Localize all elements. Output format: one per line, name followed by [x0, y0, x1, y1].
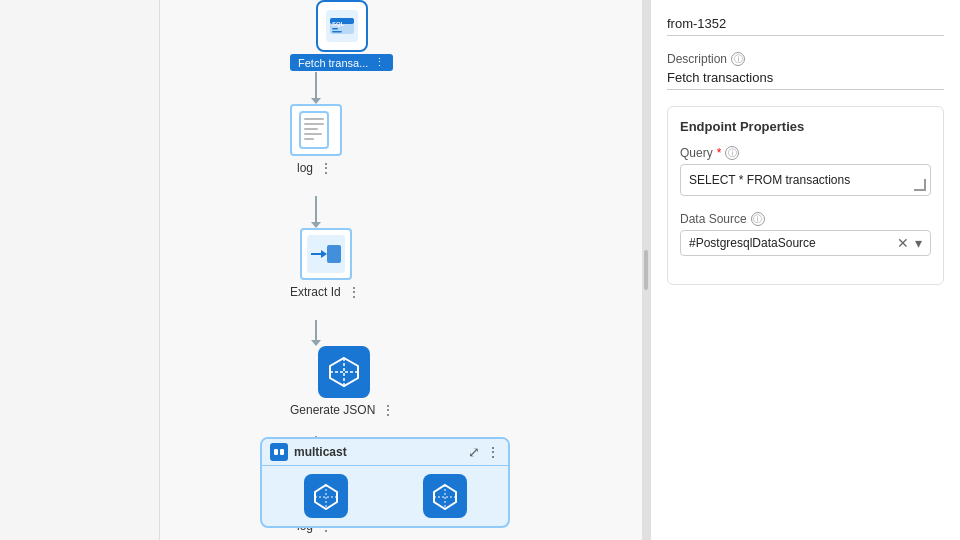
query-value: SELECT * FROM transactions: [689, 173, 850, 187]
extractid-label-row: Extract Id ⋮: [290, 284, 363, 300]
fetch-node-wrapper: SQL Fetch transa... ⋮: [290, 0, 393, 71]
name-field-group: from-1352: [667, 16, 944, 36]
extractid-label: Extract Id: [290, 285, 341, 299]
multicast-header-right: ⤢ ⋮: [468, 444, 500, 460]
multicast-child-1[interactable]: [304, 474, 348, 518]
query-info-icon[interactable]: ⓘ: [725, 146, 739, 160]
multicast-label: multicast: [294, 445, 347, 459]
endpoint-properties-title: Endpoint Properties: [680, 119, 931, 134]
datasource-clear-button[interactable]: ✕: [897, 235, 909, 251]
panel-divider[interactable]: [642, 0, 650, 540]
description-field-group: Description ⓘ Fetch transactions: [667, 52, 944, 90]
genjson-node-wrapper: Generate JSON ⋮: [290, 346, 397, 418]
flow-container: SQL Fetch transa... ⋮: [160, 0, 642, 540]
svg-rect-15: [327, 245, 341, 263]
svg-marker-16: [330, 358, 358, 386]
svg-rect-5: [332, 31, 342, 33]
svg-rect-9: [304, 128, 318, 130]
extractid-node-wrapper: Extract Id ⋮: [290, 228, 363, 300]
left-sidebar: [0, 0, 160, 540]
svg-rect-11: [304, 138, 314, 140]
datasource-actions: ✕ ▾: [897, 235, 922, 251]
fetch-node-label: Fetch transa...: [298, 57, 368, 69]
arrow-2: [315, 196, 317, 224]
genjson-node-icon[interactable]: [318, 346, 370, 398]
datasource-label: Data Source ⓘ: [680, 212, 931, 226]
datasource-value: #PostgresqlDataSource: [689, 236, 816, 250]
endpoint-properties-section: Endpoint Properties Query * ⓘ SELECT * F…: [667, 106, 944, 285]
svg-rect-7: [304, 118, 324, 120]
multicast-body: [262, 466, 508, 526]
multicast-header-left: multicast: [270, 443, 347, 461]
fetch-node-dots[interactable]: ⋮: [374, 56, 385, 69]
genjson-label: Generate JSON: [290, 403, 375, 417]
fetch-node-icon[interactable]: SQL: [316, 0, 368, 52]
multicast-node-wrapper: multicast ⤢ ⋮: [260, 437, 510, 528]
svg-text:SQL: SQL: [332, 21, 345, 27]
name-value: from-1352: [667, 16, 944, 36]
multicast-header: multicast ⤢ ⋮: [262, 439, 508, 466]
datasource-info-icon[interactable]: ⓘ: [751, 212, 765, 226]
datasource-field-group: Data Source ⓘ #PostgresqlDataSource ✕ ▾: [680, 212, 931, 256]
log1-label-row: log ⋮: [297, 160, 335, 176]
genjson-dots[interactable]: ⋮: [379, 402, 397, 418]
datasource-row: #PostgresqlDataSource ✕ ▾: [680, 230, 931, 256]
canvas-area: SQL Fetch transa... ⋮: [160, 0, 642, 540]
datasource-dropdown-button[interactable]: ▾: [915, 235, 922, 251]
extractid-dots[interactable]: ⋮: [345, 284, 363, 300]
svg-rect-8: [304, 123, 324, 125]
arrow-1: [315, 72, 317, 100]
description-label: Description ⓘ: [667, 52, 944, 66]
query-label: Query * ⓘ: [680, 146, 931, 160]
svg-rect-10: [304, 133, 322, 135]
log1-node-wrapper: log ⋮: [290, 104, 342, 176]
description-value: Fetch transactions: [667, 70, 944, 90]
extractid-node-icon[interactable]: [300, 228, 352, 280]
log1-node-icon[interactable]: [290, 104, 342, 156]
multicast-dots-icon[interactable]: ⋮: [486, 444, 500, 460]
query-field-group: Query * ⓘ SELECT * FROM transactions: [680, 146, 931, 196]
svg-rect-25: [274, 449, 278, 455]
multicast-node[interactable]: multicast ⤢ ⋮: [260, 437, 510, 528]
multicast-expand-icon[interactable]: ⤢: [468, 444, 480, 460]
genjson-label-row: Generate JSON ⋮: [290, 402, 397, 418]
multicast-child-2[interactable]: [423, 474, 467, 518]
arrow-3: [315, 320, 317, 342]
multicast-icon: [270, 443, 288, 461]
log1-dots[interactable]: ⋮: [317, 160, 335, 176]
panel-divider-handle: [644, 250, 648, 290]
log1-label: log: [297, 161, 313, 175]
svg-rect-26: [280, 449, 284, 455]
description-info-icon[interactable]: ⓘ: [731, 52, 745, 66]
svg-rect-4: [332, 28, 338, 30]
right-panel: from-1352 Description ⓘ Fetch transactio…: [650, 0, 960, 540]
fetch-label-bar[interactable]: Fetch transa... ⋮: [290, 54, 393, 71]
query-required-star: *: [717, 146, 722, 160]
query-value-box[interactable]: SELECT * FROM transactions: [680, 164, 931, 196]
